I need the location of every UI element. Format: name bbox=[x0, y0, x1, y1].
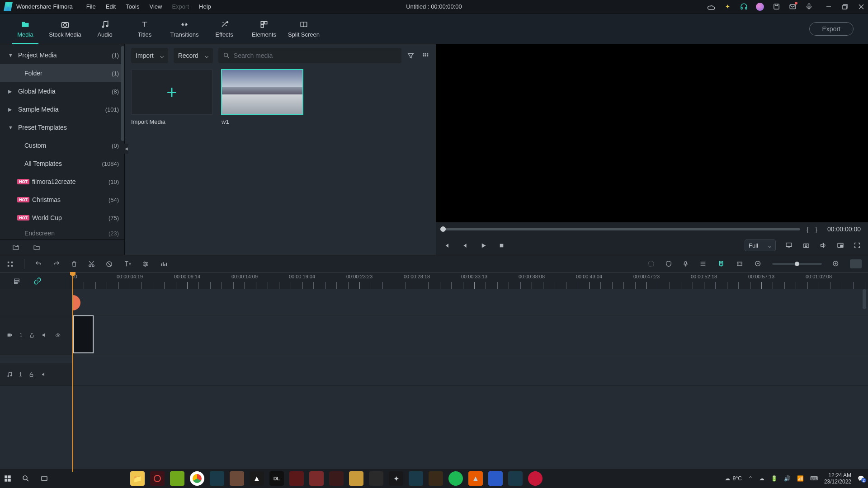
tree-preset-templates[interactable]: ▼Preset Templates bbox=[0, 118, 124, 136]
color-icon[interactable] bbox=[647, 260, 655, 268]
timeline-ruler[interactable]: 0:0000:00:04:1900:00:09:1400:00:14:0900:… bbox=[72, 273, 868, 289]
tray-volume-icon[interactable]: 🔊 bbox=[784, 475, 791, 482]
avatar-icon[interactable] bbox=[756, 3, 764, 11]
app-game5-icon[interactable] bbox=[329, 471, 344, 486]
app-game2-icon[interactable]: ▲ bbox=[250, 471, 264, 486]
taskbar-clock[interactable]: 12:24 AM 23/12/2022 bbox=[824, 472, 851, 485]
app-game9-icon[interactable] bbox=[409, 471, 423, 486]
taskview-icon[interactable] bbox=[40, 475, 49, 482]
menu-help[interactable]: Help bbox=[199, 3, 211, 10]
import-dropdown[interactable]: Import⌵ bbox=[131, 48, 168, 63]
menu-export[interactable]: Export bbox=[172, 3, 189, 10]
play-icon[interactable] bbox=[480, 242, 487, 249]
headphones-icon[interactable] bbox=[740, 3, 748, 11]
zoom-in-icon[interactable] bbox=[832, 260, 840, 268]
app-vlc-icon[interactable]: ▲ bbox=[468, 471, 483, 486]
tab-effects[interactable]: Effects bbox=[204, 14, 244, 44]
delete-icon[interactable] bbox=[71, 260, 78, 268]
tree-filmora12create[interactable]: HOTfilmora12create(10) bbox=[0, 173, 124, 191]
app-game6-icon[interactable] bbox=[349, 471, 363, 486]
adjust-icon[interactable] bbox=[142, 260, 150, 268]
fullscreen-icon[interactable] bbox=[854, 242, 861, 249]
minimize-icon[interactable] bbox=[826, 4, 832, 10]
video-track-icon[interactable] bbox=[6, 332, 13, 338]
tab-media[interactable]: Media bbox=[5, 14, 45, 44]
tree-sample-media[interactable]: ▶Sample Media(101) bbox=[0, 100, 124, 118]
media-clip-w1[interactable]: w1 bbox=[222, 70, 303, 252]
titles-add-icon[interactable] bbox=[123, 260, 132, 268]
new-folder-icon[interactable] bbox=[12, 244, 20, 251]
prev-frame-icon[interactable] bbox=[443, 242, 450, 249]
timeline-clip[interactable] bbox=[73, 315, 94, 353]
start-icon[interactable] bbox=[4, 474, 12, 483]
mark-in-icon[interactable]: { bbox=[807, 225, 809, 233]
audio-track-body[interactable] bbox=[72, 363, 868, 385]
export-button[interactable]: Export bbox=[809, 22, 854, 36]
app-filmora2-icon[interactable] bbox=[508, 471, 523, 486]
collapse-sidebar-icon[interactable]: ◀ bbox=[124, 144, 128, 154]
app-recorder-icon[interactable] bbox=[150, 471, 165, 486]
crop-icon[interactable] bbox=[105, 260, 113, 268]
zoom-handle[interactable] bbox=[795, 262, 799, 266]
marker-add-icon[interactable] bbox=[717, 260, 725, 268]
app-game1-icon[interactable] bbox=[230, 471, 244, 486]
zoom-out-icon[interactable] bbox=[754, 260, 762, 268]
display-icon[interactable] bbox=[785, 242, 793, 249]
equalizer-icon[interactable] bbox=[160, 260, 168, 268]
shield-icon[interactable] bbox=[665, 260, 672, 268]
timeline-playhead[interactable] bbox=[72, 273, 73, 472]
preview-canvas[interactable] bbox=[436, 44, 868, 222]
menu-file[interactable]: File bbox=[86, 3, 96, 10]
tab-transitions[interactable]: Transitions bbox=[165, 14, 204, 44]
video-track-body[interactable] bbox=[72, 315, 868, 355]
snapshot-icon[interactable] bbox=[802, 242, 810, 249]
apps-icon[interactable] bbox=[6, 260, 14, 268]
tree-world-cup[interactable]: HOTWorld Cup(75) bbox=[0, 209, 124, 227]
menu-edit[interactable]: Edit bbox=[106, 3, 116, 10]
visibility-icon[interactable] bbox=[54, 333, 61, 338]
mail-icon[interactable] bbox=[788, 3, 797, 11]
mute-icon[interactable] bbox=[41, 371, 47, 377]
tree-christmas[interactable]: HOTChristmas(54) bbox=[0, 191, 124, 209]
audio-track-icon[interactable] bbox=[6, 371, 13, 378]
tree-project-media[interactable]: ▼Project Media(1) bbox=[0, 46, 124, 64]
fit-icon[interactable] bbox=[735, 260, 744, 267]
app-game7-icon[interactable] bbox=[369, 471, 383, 486]
track-manager-icon[interactable] bbox=[13, 277, 21, 285]
close-icon[interactable] bbox=[858, 4, 864, 10]
voiceover-icon[interactable] bbox=[682, 260, 689, 268]
undo-icon[interactable] bbox=[34, 260, 42, 267]
record-dropdown[interactable]: Record⌵ bbox=[174, 48, 213, 63]
app-game4-icon[interactable] bbox=[309, 471, 324, 486]
mark-out-icon[interactable]: } bbox=[815, 225, 817, 233]
mixer-icon[interactable] bbox=[699, 260, 707, 267]
tab-split-screen[interactable]: Split Screen bbox=[284, 14, 324, 44]
tree-endscreen[interactable]: Endscreen(23) bbox=[0, 227, 124, 239]
search-input[interactable] bbox=[234, 52, 397, 59]
app-nvidia-icon[interactable] bbox=[170, 471, 184, 486]
tray-chevron-icon[interactable]: ⌃ bbox=[748, 475, 753, 482]
tree-global-media[interactable]: ▶Global Media(8) bbox=[0, 82, 124, 100]
audio-track-1[interactable]: 1 bbox=[0, 363, 868, 386]
scrub-track[interactable] bbox=[443, 228, 800, 230]
app-mail-icon[interactable] bbox=[488, 471, 503, 486]
scrub-handle[interactable] bbox=[440, 226, 446, 232]
tab-elements[interactable]: Elements bbox=[244, 14, 284, 44]
zoom-fit-button[interactable] bbox=[850, 259, 862, 268]
mute-icon[interactable] bbox=[41, 332, 48, 338]
video-track-1[interactable]: 1 bbox=[0, 315, 868, 355]
tray-onedrive-icon[interactable]: ☁ bbox=[759, 475, 764, 482]
lightbulb-icon[interactable]: ✦ bbox=[723, 3, 731, 11]
weather-widget[interactable]: ☁9°C bbox=[725, 475, 742, 482]
menu-view[interactable]: View bbox=[149, 3, 162, 10]
app-filmora-icon[interactable] bbox=[210, 471, 224, 486]
cut-icon[interactable] bbox=[88, 260, 95, 268]
app-explorer-icon[interactable]: 📁 bbox=[130, 471, 145, 486]
play-reverse-icon[interactable] bbox=[462, 242, 468, 249]
tab-audio[interactable]: Audio bbox=[85, 14, 125, 44]
app-dl-icon[interactable]: DL bbox=[269, 471, 284, 486]
tree-all-templates[interactable]: All Templates(1084) bbox=[0, 155, 124, 173]
lock-icon[interactable] bbox=[28, 371, 34, 378]
volume-icon[interactable] bbox=[819, 242, 827, 249]
app-chrome-icon[interactable] bbox=[190, 471, 204, 486]
